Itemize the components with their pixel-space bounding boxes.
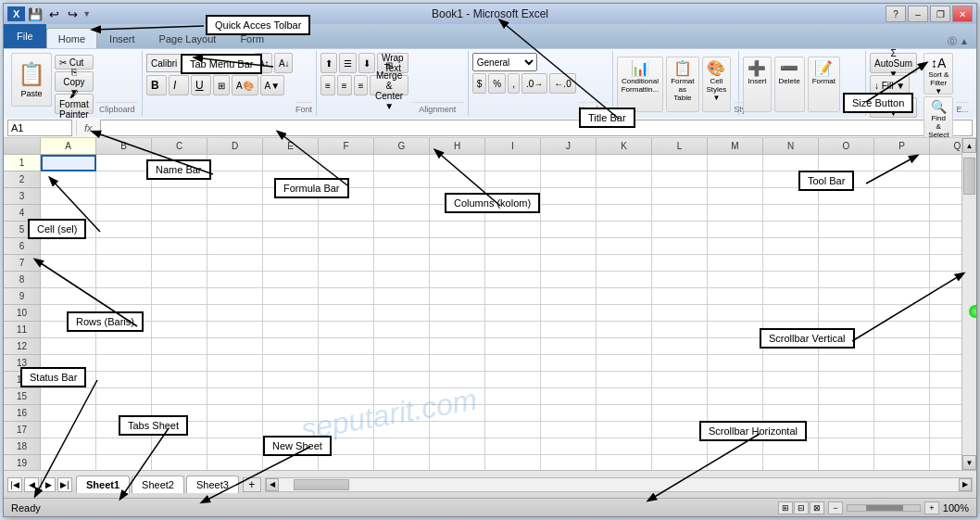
row-header-19[interactable]: 19 xyxy=(4,455,40,470)
c[interactable] xyxy=(319,405,374,422)
c[interactable] xyxy=(763,272,819,288)
c[interactable] xyxy=(374,272,430,288)
c[interactable] xyxy=(96,222,152,238)
col-header-M[interactable]: M xyxy=(708,138,763,154)
c[interactable] xyxy=(874,455,930,470)
c[interactable] xyxy=(541,238,597,255)
c[interactable] xyxy=(597,288,652,305)
decrease-decimal-btn[interactable]: ←.0 xyxy=(549,73,575,94)
c[interactable] xyxy=(819,438,874,455)
c[interactable] xyxy=(541,338,597,355)
row-header-17[interactable]: 17 xyxy=(4,422,40,438)
c[interactable] xyxy=(874,171,930,188)
c[interactable] xyxy=(374,238,430,255)
c[interactable] xyxy=(430,272,485,288)
c[interactable] xyxy=(708,288,763,305)
row-header-10[interactable]: 10 xyxy=(4,305,40,322)
c[interactable] xyxy=(763,288,819,305)
c[interactable] xyxy=(874,422,930,438)
c[interactable] xyxy=(597,455,652,470)
c[interactable] xyxy=(597,388,652,405)
c[interactable] xyxy=(96,255,152,272)
c[interactable] xyxy=(819,422,874,438)
c[interactable] xyxy=(874,288,930,305)
align-top-btn[interactable]: ⬆ xyxy=(320,53,337,73)
cell-J1[interactable] xyxy=(541,155,597,171)
c[interactable] xyxy=(652,322,708,338)
c[interactable] xyxy=(541,355,597,372)
c[interactable] xyxy=(319,222,374,238)
insert-cells-btn[interactable]: ➕ Insert xyxy=(743,57,771,112)
close-btn[interactable]: ✕ xyxy=(952,6,973,22)
c[interactable] xyxy=(96,438,152,455)
h-scroll-thumb[interactable] xyxy=(294,479,349,490)
zoom-out-btn[interactable]: − xyxy=(828,501,843,514)
c[interactable] xyxy=(874,372,930,388)
percent-btn[interactable]: % xyxy=(488,73,506,94)
zoom-in-btn[interactable]: + xyxy=(924,501,939,514)
c[interactable] xyxy=(708,372,763,388)
c[interactable] xyxy=(763,405,819,422)
c[interactable] xyxy=(708,405,763,422)
c[interactable] xyxy=(41,255,96,272)
c[interactable] xyxy=(41,338,96,355)
c[interactable] xyxy=(541,438,597,455)
row-header-18[interactable]: 18 xyxy=(4,438,40,455)
c[interactable] xyxy=(485,305,541,322)
row-header-12[interactable]: 12 xyxy=(4,338,40,355)
row-header-7[interactable]: 7 xyxy=(4,255,40,272)
format-cells-btn[interactable]: 📝 Format xyxy=(808,57,840,112)
c[interactable] xyxy=(819,372,874,388)
c[interactable] xyxy=(96,388,152,405)
cell-A1[interactable] xyxy=(41,155,96,171)
c[interactable] xyxy=(485,288,541,305)
c[interactable] xyxy=(541,288,597,305)
comma-btn[interactable]: , xyxy=(508,73,520,94)
c[interactable] xyxy=(597,255,652,272)
c[interactable] xyxy=(263,355,319,372)
col-header-E[interactable]: E xyxy=(263,138,319,154)
c[interactable] xyxy=(597,305,652,322)
c[interactable] xyxy=(708,305,763,322)
c[interactable] xyxy=(597,188,652,205)
col-header-D[interactable]: D xyxy=(207,138,263,154)
page-break-view-btn[interactable]: ⊠ xyxy=(810,501,824,514)
c[interactable] xyxy=(152,222,207,238)
c[interactable] xyxy=(763,255,819,272)
c[interactable] xyxy=(41,455,96,470)
format-painter-btn[interactable]: 🖌 Format Painter xyxy=(55,94,94,114)
c[interactable] xyxy=(708,388,763,405)
row-header-9[interactable]: 9 xyxy=(4,288,40,305)
c[interactable] xyxy=(374,171,430,188)
c[interactable] xyxy=(152,205,207,222)
c[interactable] xyxy=(263,222,319,238)
col-header-L[interactable]: L xyxy=(652,138,708,154)
c[interactable] xyxy=(430,422,485,438)
c[interactable] xyxy=(430,338,485,355)
c[interactable] xyxy=(207,405,263,422)
last-sheet-btn[interactable]: ▶| xyxy=(57,477,72,492)
c[interactable] xyxy=(152,372,207,388)
c[interactable] xyxy=(430,255,485,272)
c[interactable] xyxy=(485,438,541,455)
c[interactable] xyxy=(319,288,374,305)
c[interactable] xyxy=(207,171,263,188)
restore-btn[interactable]: ❐ xyxy=(930,6,950,22)
c[interactable] xyxy=(597,322,652,338)
col-header-P[interactable]: P xyxy=(874,138,930,154)
c[interactable] xyxy=(263,288,319,305)
c[interactable] xyxy=(763,455,819,470)
c[interactable] xyxy=(874,205,930,222)
name-box[interactable] xyxy=(7,120,72,136)
c[interactable] xyxy=(263,388,319,405)
c[interactable] xyxy=(374,355,430,372)
c[interactable] xyxy=(41,188,96,205)
scroll-down-btn[interactable]: ▼ xyxy=(962,455,976,470)
c[interactable] xyxy=(41,171,96,188)
c[interactable] xyxy=(207,355,263,372)
c[interactable] xyxy=(430,438,485,455)
c[interactable] xyxy=(374,188,430,205)
c[interactable] xyxy=(319,255,374,272)
c[interactable] xyxy=(652,388,708,405)
cell-G1[interactable] xyxy=(374,155,430,171)
